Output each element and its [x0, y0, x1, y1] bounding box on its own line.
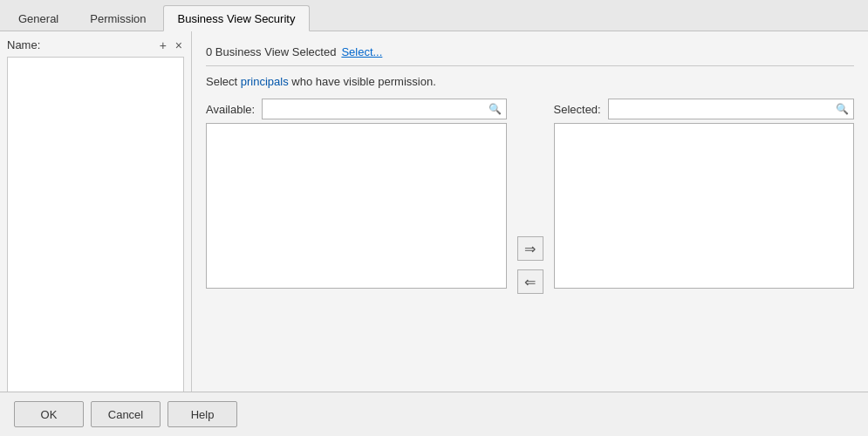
available-search-input[interactable]	[262, 99, 506, 119]
main-content: Name: + × 0 Business View Selected Selec…	[0, 31, 868, 436]
bv-count: 0 Business View Selected	[206, 45, 336, 58]
selected-search-input[interactable]	[608, 99, 854, 119]
name-list[interactable]	[7, 57, 184, 429]
help-button[interactable]: Help	[167, 401, 237, 427]
tab-permission[interactable]: Permission	[75, 5, 161, 31]
bv-select-link[interactable]: Select...	[341, 45, 382, 58]
tab-business-view-security[interactable]: Business View Security	[163, 5, 311, 31]
bv-selected-bar: 0 Business View Selected Select...	[206, 38, 854, 66]
instruction-text: Select principals who have visible permi…	[206, 75, 854, 88]
left-panel-header: Name: + ×	[7, 38, 184, 51]
selected-label: Selected: 🔍	[554, 99, 855, 119]
available-section: Available: 🔍	[206, 99, 507, 289]
available-label: Available: 🔍	[206, 99, 507, 119]
transfer-buttons: ⇒ ⇐	[507, 236, 554, 294]
cancel-button[interactable]: Cancel	[91, 401, 161, 427]
dual-list-container: Available: 🔍 ⇒ ⇐	[206, 99, 854, 407]
move-right-button[interactable]: ⇒	[517, 236, 543, 261]
add-icon[interactable]: +	[158, 39, 168, 51]
tab-general[interactable]: General	[3, 5, 73, 31]
selected-list[interactable]	[554, 123, 855, 289]
ok-button[interactable]: OK	[14, 401, 84, 427]
icon-group: + ×	[158, 39, 184, 51]
move-left-button[interactable]: ⇐	[517, 269, 543, 294]
bottom-bar: OK Cancel Help	[0, 392, 868, 436]
available-list[interactable]	[206, 123, 507, 289]
name-label: Name:	[7, 38, 40, 51]
remove-icon[interactable]: ×	[174, 39, 184, 51]
tab-bar: General Permission Business View Securit…	[0, 0, 868, 31]
left-panel: Name: + ×	[0, 31, 192, 436]
right-panel: 0 Business View Selected Select... Selec…	[192, 31, 868, 436]
selected-section: Selected: 🔍	[554, 99, 855, 289]
